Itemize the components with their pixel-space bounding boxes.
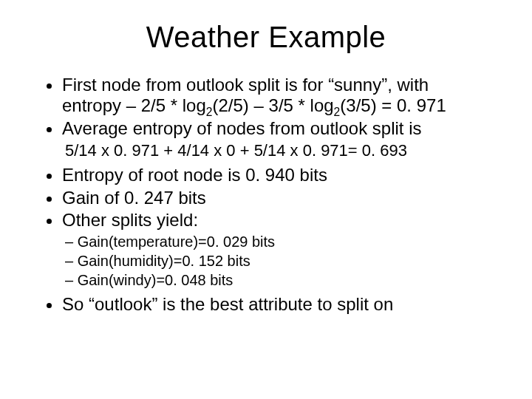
bullet-list: First node from outlook split is for “su… bbox=[44, 75, 488, 139]
slide-title: Weather Example bbox=[44, 21, 488, 54]
bullet-list-2: Entropy of root node is 0. 940 bits Gain… bbox=[44, 165, 488, 231]
sub-bullet-1: Gain(temperature)=0. 029 bits bbox=[65, 232, 488, 251]
sub-bullet-3: Gain(windy)=0. 048 bits bbox=[65, 270, 488, 290]
bullet-2-calc: 5/14 x 0. 971 + 4/14 x 0 + 5/14 x 0. 971… bbox=[65, 140, 488, 161]
bullet-1: First node from outlook split is for “su… bbox=[62, 75, 488, 117]
bullet-list-3: So “outlook” is the best attribute to sp… bbox=[44, 294, 488, 315]
bullet-1-text-c: (3/5) = 0. 971 bbox=[340, 95, 446, 115]
bullet-1-text-b: (2/5) – 3/5 * log bbox=[213, 95, 334, 115]
sub-bullet-2: Gain(humidity)=0. 152 bits bbox=[65, 251, 488, 270]
bullet-4: Gain of 0. 247 bits bbox=[62, 188, 488, 208]
sub-bullet-list: Gain(temperature)=0. 029 bits Gain(humid… bbox=[65, 232, 488, 290]
slide: Weather Example First node from outlook … bbox=[0, 0, 532, 399]
bullet-2: Average entropy of nodes from outlook sp… bbox=[62, 118, 488, 139]
bullet-6: So “outlook” is the best attribute to sp… bbox=[62, 294, 488, 315]
subscript-2: 2 bbox=[334, 106, 341, 118]
bullet-5: Other splits yield: bbox=[62, 210, 488, 231]
subscript-2: 2 bbox=[206, 106, 213, 118]
bullet-3: Entropy of root node is 0. 940 bits bbox=[62, 165, 488, 185]
